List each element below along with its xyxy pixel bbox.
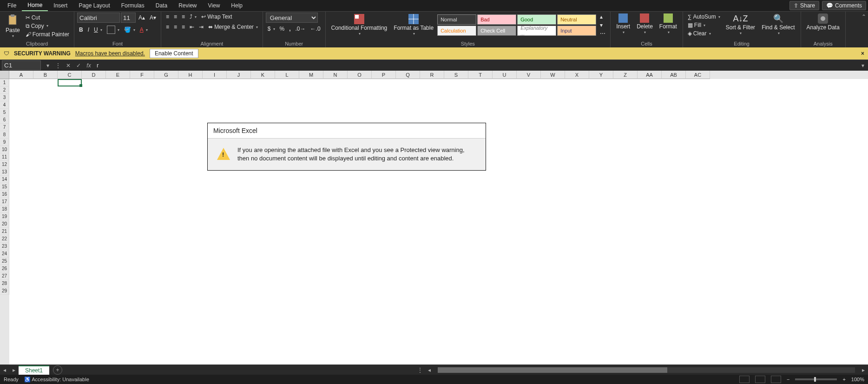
hscroll-right[interactable]: ▸ [859,367,868,373]
horizontal-scrollbar[interactable] [438,367,855,373]
find-select-button[interactable]: 🔍Find & Select▾ [759,13,797,37]
column-header[interactable]: Z [613,71,638,79]
column-header[interactable]: H [178,71,203,79]
row-header[interactable]: 6 [0,116,9,124]
column-header[interactable]: R [420,71,444,79]
increase-indent-button[interactable]: ⇥ [197,23,205,31]
row-header[interactable]: 11 [0,153,9,161]
column-header[interactable]: T [468,71,493,79]
column-header[interactable]: I [203,71,227,79]
column-header[interactable]: AC [686,71,710,79]
row-header[interactable]: 16 [0,191,9,198]
select-all-corner[interactable] [0,71,9,79]
number-format-combo[interactable]: General [266,13,318,23]
row-header[interactable]: 29 [0,287,9,295]
row-header[interactable]: 27 [0,272,9,280]
tab-data[interactable]: Data [150,0,173,11]
column-header[interactable]: U [493,71,517,79]
normal-view-button[interactable] [739,376,750,383]
row-header[interactable]: 8 [0,131,9,139]
format-painter-button[interactable]: 🖌Format Painter [24,30,71,39]
tab-file[interactable]: File [2,0,22,11]
style-input[interactable]: Input [557,26,596,36]
row-header[interactable]: 12 [0,161,9,168]
increase-font-button[interactable]: A▴ [137,13,147,22]
style-check-cell[interactable]: Check Cell [477,26,516,36]
row-header[interactable]: 15 [0,183,9,191]
style-normal[interactable]: Normal [437,14,476,25]
percent-button[interactable]: % [278,25,287,33]
align-top-button[interactable]: ≡ [164,13,171,21]
row-header[interactable]: 19 [0,213,9,220]
column-header[interactable]: W [541,71,565,79]
column-header[interactable]: AB [662,71,686,79]
row-header[interactable]: 22 [0,235,9,243]
paste-button[interactable]: Paste▾ [3,13,23,40]
format-cells-button[interactable]: Format▾ [657,13,680,36]
styles-more[interactable]: ⋯ [598,29,607,38]
clear-button[interactable]: ◈Clear▾ [686,29,722,38]
tab-insert[interactable]: Insert [48,0,73,11]
style-explanatory[interactable]: Explanatory ... [517,26,556,36]
name-box-dropdown[interactable]: ▾ [43,62,53,69]
zoom-out-button[interactable]: − [787,377,789,382]
font-size-combo[interactable] [121,13,136,23]
increase-decimal-button[interactable]: .0→ [294,25,308,33]
enter-formula-button[interactable]: ✓ [73,62,84,69]
expand-formula-bar[interactable]: ▾ [858,62,868,69]
zoom-slider[interactable] [795,378,837,380]
accounting-format-button[interactable]: $▾ [266,25,277,33]
bold-button[interactable]: B [77,26,85,34]
column-header[interactable]: M [299,71,323,79]
cells-area[interactable]: Microsoft Excel If you are opening the a… [9,79,868,364]
sheet-bar-more[interactable]: ⋮ [415,367,425,373]
accessibility-status[interactable]: ♿ Accessibility: Unavailable [24,377,89,383]
align-left-button[interactable]: ≡ [164,23,171,31]
column-header[interactable]: F [130,71,154,79]
formula-input[interactable] [94,61,858,70]
row-header[interactable]: 1 [0,79,9,86]
align-middle-button[interactable]: ≡ [172,13,179,21]
border-button[interactable]: ▾ [105,25,121,35]
sheet-nav-next[interactable]: ▸ [9,367,19,373]
column-header[interactable]: AA [638,71,662,79]
enable-content-button[interactable]: Enable Content [150,49,198,58]
row-header[interactable]: 25 [0,258,9,265]
tab-view[interactable]: View [203,0,226,11]
security-warning-message[interactable]: Macros have been disabled. [75,50,145,57]
column-header[interactable]: P [372,71,396,79]
row-header[interactable]: 26 [0,265,9,272]
column-header[interactable]: C [58,71,82,79]
align-right-button[interactable]: ≡ [180,23,187,31]
row-header[interactable]: 18 [0,205,9,213]
row-header[interactable]: 21 [0,228,9,235]
row-header[interactable]: 4 [0,101,9,109]
fill-color-button[interactable]: 🪣▾ [122,26,137,34]
column-header[interactable]: A [9,71,33,79]
row-header[interactable]: 7 [0,124,9,131]
fill-handle[interactable] [79,84,82,87]
styles-scroll-down[interactable]: ▾ [598,21,607,29]
hscroll-left[interactable]: ◂ [425,367,434,373]
row-header[interactable]: 23 [0,243,9,250]
zoom-level[interactable]: 100% [851,377,864,382]
conditional-formatting-button[interactable]: Conditional Formatting▾ [329,13,390,37]
row-header[interactable]: 9 [0,139,9,146]
column-header[interactable]: D [82,71,106,79]
align-center-button[interactable]: ≡ [172,23,179,31]
wrap-text-button[interactable]: ↩Wrap Text [199,13,234,21]
column-header[interactable]: J [227,71,251,79]
zoom-slider-thumb[interactable] [814,377,816,382]
column-header[interactable]: S [444,71,468,79]
sheet-tab[interactable]: Sheet1 [19,365,49,375]
active-cell[interactable] [58,79,82,86]
sort-filter-button[interactable]: A↓ZSort & Filter▾ [723,13,758,37]
new-sheet-button[interactable]: + [53,365,62,375]
column-header[interactable]: O [348,71,372,79]
style-bad[interactable]: Bad [477,14,516,25]
tab-help[interactable]: Help [225,0,248,11]
tab-formulas[interactable]: Formulas [116,0,150,11]
comma-style-button[interactable]: , [287,25,292,33]
zoom-in-button[interactable]: + [842,377,845,382]
row-header[interactable]: 13 [0,168,9,176]
